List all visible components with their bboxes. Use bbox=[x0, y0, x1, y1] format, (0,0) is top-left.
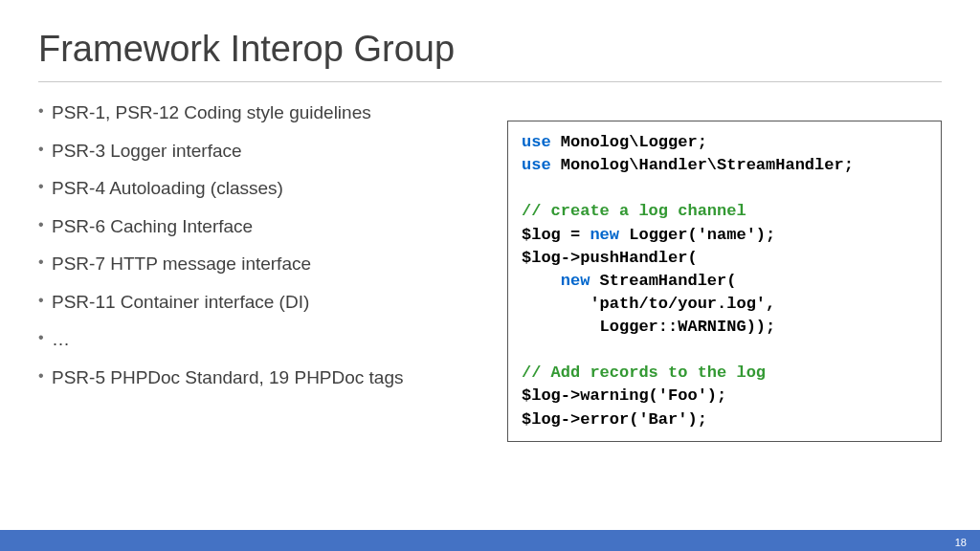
list-item: PSR-3 Logger interface bbox=[38, 138, 479, 165]
list-item: PSR-6 Caching Interface bbox=[38, 213, 479, 241]
bullet-list: PSR-1, PSR-12 Coding style guidelines PS… bbox=[38, 99, 479, 442]
code-keyword: new bbox=[590, 226, 619, 244]
list-item: PSR-1, PSR-12 Coding style guidelines bbox=[38, 99, 479, 127]
content-area: PSR-1, PSR-12 Coding style guidelines PS… bbox=[38, 99, 942, 442]
list-item: PSR-5 PHPDoc Standard, 19 PHPDoc tags bbox=[38, 364, 479, 392]
title-divider bbox=[38, 81, 942, 82]
code-text: Logger('name'); bbox=[619, 226, 775, 244]
footer-bar: 18 bbox=[0, 530, 980, 551]
code-comment: // create a log channel bbox=[522, 202, 746, 220]
code-keyword: use bbox=[522, 156, 551, 174]
slide-title: Framework Interop Group bbox=[38, 29, 942, 70]
slide: Framework Interop Group PSR-1, PSR-12 Co… bbox=[0, 0, 980, 551]
list-item: PSR-11 Container interface (DI) bbox=[38, 289, 479, 317]
code-text: Monolog\Handler\StreamHandler; bbox=[551, 156, 854, 174]
list-item: … bbox=[38, 326, 479, 354]
code-text: Monolog\Logger; bbox=[551, 133, 707, 151]
code-text: StreamHandler( bbox=[590, 272, 736, 290]
code-text bbox=[522, 272, 561, 290]
page-number: 18 bbox=[955, 537, 967, 548]
code-keyword: new bbox=[561, 272, 590, 290]
code-text: $log->warning('Foo'); bbox=[522, 386, 726, 405]
code-text: $log = bbox=[522, 226, 590, 244]
code-text: Logger::WARNING)); bbox=[522, 318, 775, 336]
code-block: use Monolog\Logger; use Monolog\Handler\… bbox=[507, 121, 942, 442]
code-comment: // Add records to the log bbox=[522, 364, 766, 382]
code-text: 'path/to/your.log', bbox=[522, 295, 775, 313]
code-keyword: use bbox=[522, 133, 551, 151]
code-text: $log->pushHandler( bbox=[522, 249, 698, 267]
list-item: PSR-7 HTTP message interface bbox=[38, 251, 479, 278]
list-item: PSR-4 Autoloading (classes) bbox=[38, 175, 479, 203]
code-text: $log->error('Bar'); bbox=[522, 410, 707, 429]
